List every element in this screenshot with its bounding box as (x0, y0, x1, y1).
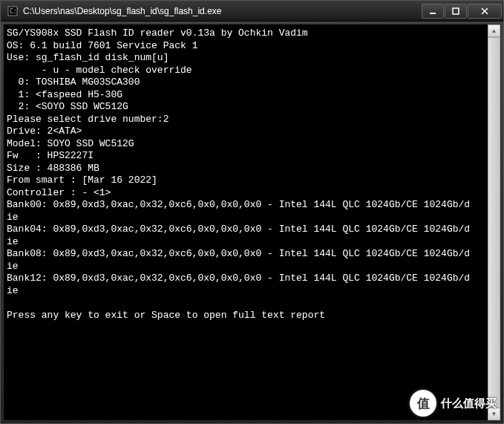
scroll-thumb[interactable] (488, 37, 500, 408)
scroll-track[interactable] (488, 37, 500, 408)
console-area: SG/YS908x SSD Flash ID reader v0.13a by … (3, 24, 501, 421)
vertical-scrollbar[interactable]: ▲ ▼ (488, 25, 500, 420)
window-title: C:\Users\nas\Desktop\sg_flash_id\sg_flas… (23, 6, 422, 16)
app-icon: C:\ (7, 5, 19, 17)
svg-text:C:\: C:\ (10, 8, 18, 15)
console-output[interactable]: SG/YS908x SSD Flash ID reader v0.13a by … (4, 25, 487, 420)
scroll-up-button[interactable]: ▲ (488, 25, 500, 37)
scroll-down-button[interactable]: ▼ (488, 408, 500, 420)
svg-rect-2 (430, 13, 436, 14)
minimize-button[interactable] (422, 4, 444, 19)
svg-rect-3 (453, 8, 459, 14)
maximize-button[interactable] (445, 4, 467, 19)
close-button[interactable] (468, 4, 502, 19)
console-window: C:\ C:\Users\nas\Desktop\sg_flash_id\sg_… (0, 0, 504, 424)
window-controls (422, 4, 502, 19)
titlebar[interactable]: C:\ C:\Users\nas\Desktop\sg_flash_id\sg_… (1, 1, 503, 22)
